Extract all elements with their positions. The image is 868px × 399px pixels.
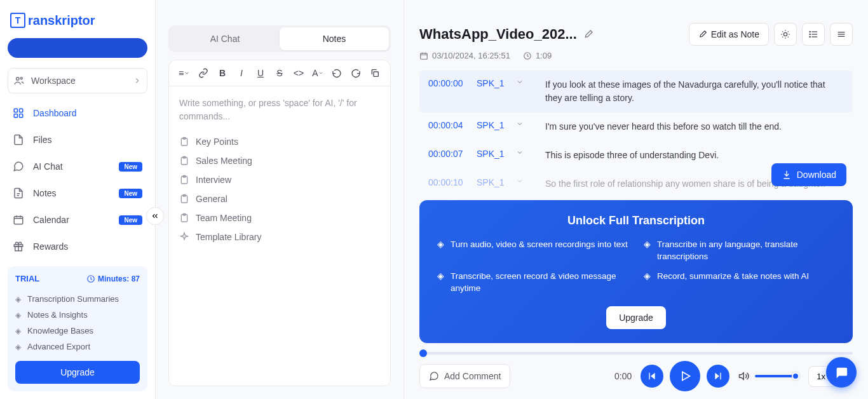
calendar-icon (13, 214, 24, 226)
diamond-icon: ◈ (644, 271, 651, 295)
transcript-row[interactable]: 00:00:04 SPK_1 I'm sure you've never hea… (419, 112, 853, 141)
progress-bar[interactable] (419, 352, 853, 355)
tab-notes[interactable]: Notes (280, 27, 389, 50)
copy-button[interactable] (369, 67, 381, 79)
chat-bubble-icon (834, 365, 848, 379)
editor-body[interactable]: Write something, or press 'space' for AI… (169, 86, 390, 257)
editor-card: ≡ B I U S <> A Write something, or press… (168, 60, 391, 386)
audio-player: Add Comment 0:00 1x (419, 352, 853, 391)
link-button[interactable] (197, 67, 210, 79)
chat-icon (13, 161, 24, 172)
diamond-icon: ◈ (437, 239, 444, 263)
download-button[interactable]: Download (771, 163, 846, 186)
list-icon (808, 29, 818, 39)
trial-box: TRIAL Minutes: 87 ◈Transcription Summari… (8, 266, 147, 391)
svg-rect-37 (721, 373, 721, 380)
current-time: 0:00 (614, 371, 632, 381)
skip-back-button[interactable] (641, 365, 663, 388)
svg-rect-6 (14, 217, 23, 224)
bold-button[interactable]: B (216, 67, 229, 79)
template-team-meeting[interactable]: Team Meeting (179, 208, 380, 227)
trial-feature: ◈Notes & Insights (15, 307, 140, 323)
template-key-points[interactable]: Key Points (179, 132, 380, 151)
file-icon (13, 134, 24, 145)
svg-point-25 (810, 31, 810, 32)
transcript-row[interactable]: 00:00:00 SPK_1 If you look at these imag… (419, 71, 853, 112)
svg-rect-3 (20, 109, 23, 112)
svg-rect-2 (14, 109, 17, 112)
volume-thumb[interactable] (792, 372, 799, 380)
badge-new: New (119, 215, 142, 225)
code-button[interactable]: <> (292, 67, 305, 79)
primary-action-pill[interactable] (8, 38, 147, 58)
tab-ai-chat[interactable]: AI Chat (170, 27, 280, 50)
svg-point-0 (17, 78, 20, 81)
workspace-label: Workspace (31, 76, 133, 86)
logo[interactable]: T ranskriptor (8, 8, 147, 38)
workspace-selector[interactable]: Workspace (8, 68, 147, 93)
file-date: 03/10/2024, 16:25:51 (432, 51, 510, 60)
collapse-sidebar-button[interactable] (146, 207, 164, 225)
volume-slider[interactable] (755, 375, 799, 377)
strikethrough-button[interactable]: S (273, 67, 286, 79)
progress-thumb[interactable] (419, 349, 427, 357)
svg-point-21 (783, 32, 787, 36)
color-button[interactable]: A (311, 67, 324, 79)
volume-icon[interactable] (738, 370, 750, 382)
transcript-list: 00:00:00 SPK_1 If you look at these imag… (419, 71, 853, 200)
list-button[interactable] (802, 23, 825, 46)
template-library[interactable]: Template Library (179, 227, 380, 247)
nav-calendar[interactable]: Calendar New (8, 208, 147, 232)
menu-button[interactable] (830, 23, 853, 46)
upgrade-button[interactable]: Upgrade (15, 361, 140, 384)
chevrons-left-icon (151, 212, 159, 220)
underline-button[interactable]: U (254, 67, 267, 79)
play-button[interactable] (670, 361, 700, 391)
redo-button[interactable] (349, 67, 362, 79)
chevron-down-icon[interactable] (516, 149, 529, 162)
nav-dashboard[interactable]: Dashboard (8, 101, 147, 125)
chevron-down-icon[interactable] (516, 120, 529, 133)
nav-files[interactable]: Files (8, 128, 147, 152)
template-sales-meeting[interactable]: Sales Meeting (179, 151, 380, 170)
trial-minutes: Minutes: 87 (86, 274, 140, 283)
svg-rect-5 (20, 114, 23, 118)
dashboard-icon (13, 107, 24, 119)
transcript-panel: WhatsApp_Video_202... Edit as Note 03/10… (403, 0, 868, 399)
unlock-upgrade-button[interactable]: Upgrade (606, 306, 666, 329)
svg-rect-31 (421, 53, 428, 58)
nav-ai-chat[interactable]: AI Chat New (8, 154, 147, 179)
badge-new: New (119, 189, 142, 198)
format-dropdown[interactable]: ≡ (178, 67, 191, 79)
diamond-icon: ◈ (15, 311, 21, 320)
edit-as-note-button[interactable]: Edit as Note (689, 23, 769, 46)
trial-feature: ◈Advanced Export (15, 339, 140, 355)
calendar-icon (419, 51, 428, 60)
chevron-down-icon[interactable] (516, 78, 529, 105)
svg-rect-10 (374, 72, 378, 76)
svg-point-27 (810, 36, 810, 37)
template-interview[interactable]: Interview (179, 170, 380, 189)
pencil-icon (698, 30, 707, 39)
skip-back-icon (647, 371, 657, 381)
nav-rewards[interactable]: Rewards (8, 234, 147, 259)
add-comment-button[interactable]: Add Comment (419, 364, 510, 388)
svg-rect-34 (649, 373, 650, 380)
nav-notes[interactable]: Notes New (8, 181, 147, 205)
theme-button[interactable] (774, 23, 797, 46)
skip-forward-button[interactable] (707, 365, 729, 388)
nav-list: Dashboard Files AI Chat New Notes New Ca… (8, 101, 147, 261)
edit-icon[interactable] (583, 29, 593, 39)
unlock-feature: ◈Turn audio, video & screen recordings i… (437, 239, 628, 263)
clipboard-icon (179, 213, 189, 223)
support-chat-button[interactable] (826, 357, 857, 388)
download-icon (782, 170, 792, 180)
svg-marker-36 (715, 373, 720, 380)
italic-button[interactable]: I (235, 67, 248, 79)
chevron-down-icon[interactable] (516, 177, 529, 191)
trial-label: TRIAL (15, 274, 39, 283)
template-general[interactable]: General (179, 189, 380, 208)
file-duration: 1:09 (536, 51, 552, 60)
diamond-icon: ◈ (15, 327, 21, 335)
undo-button[interactable] (330, 67, 343, 79)
